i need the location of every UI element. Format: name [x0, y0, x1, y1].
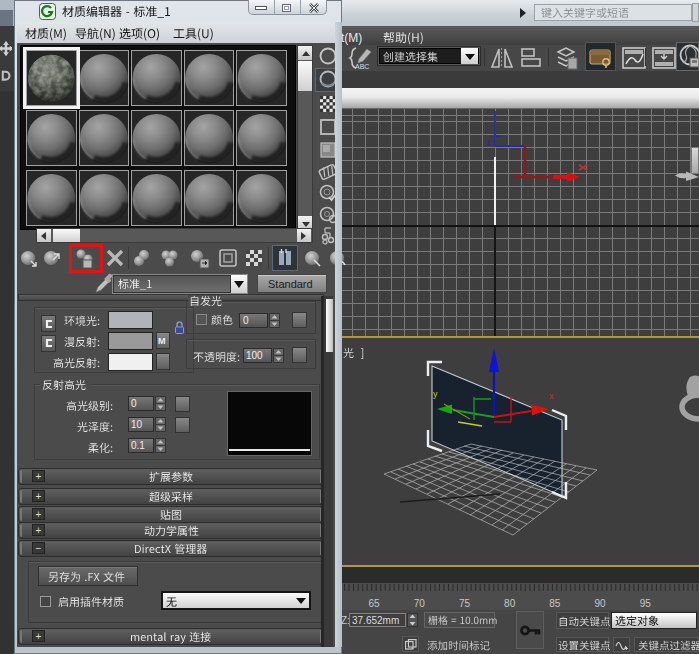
svg-text:x: x — [549, 391, 554, 401]
svg-text:y: y — [433, 389, 438, 399]
